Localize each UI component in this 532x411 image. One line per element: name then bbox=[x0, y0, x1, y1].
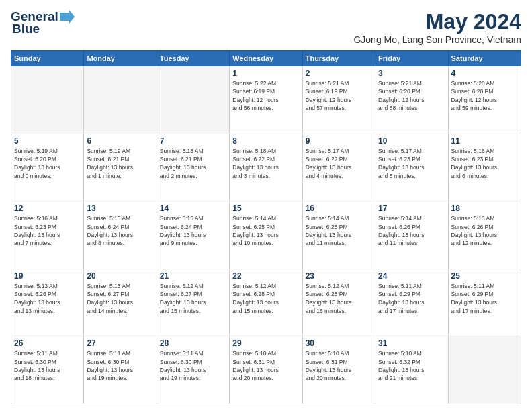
day-info: Sunrise: 5:17 AMSunset: 6:23 PMDaylight:… bbox=[378, 147, 445, 180]
calendar-cell: 3Sunrise: 5:21 AMSunset: 6:20 PMDaylight… bbox=[375, 66, 448, 134]
calendar-cell: 29Sunrise: 5:10 AMSunset: 6:31 PMDayligh… bbox=[230, 336, 302, 404]
day-number: 8 bbox=[232, 136, 299, 146]
calendar-cell: 19Sunrise: 5:13 AMSunset: 6:26 PMDayligh… bbox=[11, 269, 84, 336]
day-number: 12 bbox=[14, 203, 81, 213]
day-info: Sunrise: 5:14 AMSunset: 6:26 PMDaylight:… bbox=[378, 214, 445, 247]
day-info: Sunrise: 5:14 AMSunset: 6:25 PMDaylight:… bbox=[232, 214, 299, 247]
day-info: Sunrise: 5:19 AMSunset: 6:20 PMDaylight:… bbox=[14, 147, 81, 180]
calendar-cell: 8Sunrise: 5:18 AMSunset: 6:22 PMDaylight… bbox=[230, 134, 302, 201]
calendar-cell: 7Sunrise: 5:18 AMSunset: 6:21 PMDaylight… bbox=[157, 134, 229, 201]
weekday-header-row: SundayMondayTuesdayWednesdayThursdayFrid… bbox=[11, 51, 521, 66]
day-info: Sunrise: 5:11 AMSunset: 6:29 PMDaylight:… bbox=[451, 282, 518, 315]
calendar-cell: 23Sunrise: 5:12 AMSunset: 6:28 PMDayligh… bbox=[302, 269, 375, 336]
week-row-2: 5Sunrise: 5:19 AMSunset: 6:20 PMDaylight… bbox=[11, 134, 521, 201]
day-number: 23 bbox=[306, 271, 372, 281]
calendar-cell: 25Sunrise: 5:11 AMSunset: 6:29 PMDayligh… bbox=[448, 269, 521, 336]
day-info: Sunrise: 5:11 AMSunset: 6:29 PMDaylight:… bbox=[378, 282, 445, 315]
logo-arrow-icon bbox=[60, 10, 75, 24]
month-title: May 2024 bbox=[353, 9, 521, 34]
calendar-cell: 14Sunrise: 5:15 AMSunset: 6:24 PMDayligh… bbox=[157, 201, 229, 269]
day-info: Sunrise: 5:12 AMSunset: 6:28 PMDaylight:… bbox=[232, 282, 299, 315]
calendar-cell: 28Sunrise: 5:11 AMSunset: 6:30 PMDayligh… bbox=[157, 336, 229, 404]
week-row-5: 26Sunrise: 5:11 AMSunset: 6:30 PMDayligh… bbox=[11, 336, 521, 404]
header: General Blue May 2024 GJong Mo, Lang Son… bbox=[11, 9, 521, 45]
day-info: Sunrise: 5:22 AMSunset: 6:19 PMDaylight:… bbox=[232, 79, 299, 112]
calendar-cell: 17Sunrise: 5:14 AMSunset: 6:26 PMDayligh… bbox=[375, 201, 448, 269]
day-info: Sunrise: 5:10 AMSunset: 6:31 PMDaylight:… bbox=[232, 349, 299, 382]
location-subtitle: GJong Mo, Lang Son Province, Vietnam bbox=[353, 34, 521, 45]
logo: General Blue bbox=[11, 9, 75, 36]
calendar-cell: 1Sunrise: 5:22 AMSunset: 6:19 PMDaylight… bbox=[230, 66, 302, 134]
day-number: 5 bbox=[14, 136, 81, 146]
day-number: 4 bbox=[451, 68, 518, 78]
day-info: Sunrise: 5:21 AMSunset: 6:20 PMDaylight:… bbox=[378, 79, 445, 112]
day-info: Sunrise: 5:21 AMSunset: 6:19 PMDaylight:… bbox=[306, 79, 372, 112]
calendar-table: SundayMondayTuesdayWednesdayThursdayFrid… bbox=[11, 50, 521, 404]
calendar-cell: 16Sunrise: 5:14 AMSunset: 6:25 PMDayligh… bbox=[302, 201, 375, 269]
day-info: Sunrise: 5:15 AMSunset: 6:24 PMDaylight:… bbox=[160, 214, 226, 247]
day-info: Sunrise: 5:11 AMSunset: 6:30 PMDaylight:… bbox=[87, 349, 153, 382]
day-number: 13 bbox=[87, 203, 153, 213]
weekday-header-thursday: Thursday bbox=[302, 51, 375, 66]
calendar-cell: 11Sunrise: 5:16 AMSunset: 6:23 PMDayligh… bbox=[448, 134, 521, 201]
calendar-cell bbox=[157, 66, 229, 134]
calendar-cell: 18Sunrise: 5:13 AMSunset: 6:26 PMDayligh… bbox=[448, 201, 521, 269]
day-number: 1 bbox=[232, 68, 299, 78]
day-number: 21 bbox=[160, 271, 226, 281]
weekday-header-friday: Friday bbox=[375, 51, 448, 66]
calendar-cell bbox=[11, 66, 84, 134]
day-info: Sunrise: 5:14 AMSunset: 6:25 PMDaylight:… bbox=[306, 214, 372, 247]
day-number: 31 bbox=[378, 338, 445, 348]
day-number: 27 bbox=[87, 338, 153, 348]
calendar-cell: 30Sunrise: 5:10 AMSunset: 6:31 PMDayligh… bbox=[302, 336, 375, 404]
day-number: 28 bbox=[160, 338, 226, 348]
calendar-cell: 12Sunrise: 5:16 AMSunset: 6:23 PMDayligh… bbox=[11, 201, 84, 269]
day-info: Sunrise: 5:10 AMSunset: 6:32 PMDaylight:… bbox=[378, 349, 445, 382]
day-info: Sunrise: 5:15 AMSunset: 6:24 PMDaylight:… bbox=[87, 214, 153, 247]
day-number: 29 bbox=[232, 338, 299, 348]
week-row-3: 12Sunrise: 5:16 AMSunset: 6:23 PMDayligh… bbox=[11, 201, 521, 269]
calendar-cell: 13Sunrise: 5:15 AMSunset: 6:24 PMDayligh… bbox=[84, 201, 157, 269]
calendar-cell: 4Sunrise: 5:20 AMSunset: 6:20 PMDaylight… bbox=[448, 66, 521, 134]
day-number: 17 bbox=[378, 203, 445, 213]
day-number: 2 bbox=[306, 68, 372, 78]
day-number: 26 bbox=[14, 338, 81, 348]
day-info: Sunrise: 5:13 AMSunset: 6:26 PMDaylight:… bbox=[14, 282, 81, 315]
day-info: Sunrise: 5:13 AMSunset: 6:27 PMDaylight:… bbox=[87, 282, 153, 315]
day-number: 7 bbox=[160, 136, 226, 146]
day-number: 14 bbox=[160, 203, 226, 213]
calendar-cell: 9Sunrise: 5:17 AMSunset: 6:22 PMDaylight… bbox=[302, 134, 375, 201]
day-info: Sunrise: 5:10 AMSunset: 6:31 PMDaylight:… bbox=[306, 349, 372, 382]
weekday-header-wednesday: Wednesday bbox=[230, 51, 302, 66]
day-info: Sunrise: 5:11 AMSunset: 6:30 PMDaylight:… bbox=[14, 349, 81, 382]
day-info: Sunrise: 5:16 AMSunset: 6:23 PMDaylight:… bbox=[14, 214, 81, 247]
calendar-cell: 31Sunrise: 5:10 AMSunset: 6:32 PMDayligh… bbox=[375, 336, 448, 404]
calendar-cell: 2Sunrise: 5:21 AMSunset: 6:19 PMDaylight… bbox=[302, 66, 375, 134]
calendar-cell bbox=[448, 336, 521, 404]
calendar-cell: 22Sunrise: 5:12 AMSunset: 6:28 PMDayligh… bbox=[230, 269, 302, 336]
calendar-cell: 6Sunrise: 5:19 AMSunset: 6:21 PMDaylight… bbox=[84, 134, 157, 201]
day-info: Sunrise: 5:12 AMSunset: 6:28 PMDaylight:… bbox=[306, 282, 372, 315]
weekday-header-sunday: Sunday bbox=[11, 51, 84, 66]
day-info: Sunrise: 5:12 AMSunset: 6:27 PMDaylight:… bbox=[160, 282, 226, 315]
day-number: 15 bbox=[232, 203, 299, 213]
calendar-cell: 26Sunrise: 5:11 AMSunset: 6:30 PMDayligh… bbox=[11, 336, 84, 404]
title-block: May 2024 GJong Mo, Lang Son Province, Vi… bbox=[353, 9, 521, 45]
day-info: Sunrise: 5:18 AMSunset: 6:22 PMDaylight:… bbox=[232, 147, 299, 180]
day-info: Sunrise: 5:20 AMSunset: 6:20 PMDaylight:… bbox=[451, 79, 518, 112]
weekday-header-monday: Monday bbox=[84, 51, 157, 66]
calendar-cell: 20Sunrise: 5:13 AMSunset: 6:27 PMDayligh… bbox=[84, 269, 157, 336]
day-number: 18 bbox=[451, 203, 518, 213]
day-number: 9 bbox=[306, 136, 372, 146]
day-info: Sunrise: 5:13 AMSunset: 6:26 PMDaylight:… bbox=[451, 214, 518, 247]
day-info: Sunrise: 5:19 AMSunset: 6:21 PMDaylight:… bbox=[87, 147, 153, 180]
calendar-cell: 10Sunrise: 5:17 AMSunset: 6:23 PMDayligh… bbox=[375, 134, 448, 201]
svg-marker-0 bbox=[60, 10, 75, 24]
day-number: 3 bbox=[378, 68, 445, 78]
day-number: 6 bbox=[87, 136, 153, 146]
day-number: 30 bbox=[306, 338, 372, 348]
day-info: Sunrise: 5:16 AMSunset: 6:23 PMDaylight:… bbox=[451, 147, 518, 180]
logo-blue-text: Blue bbox=[12, 21, 40, 36]
day-info: Sunrise: 5:11 AMSunset: 6:30 PMDaylight:… bbox=[160, 349, 226, 382]
day-number: 22 bbox=[232, 271, 299, 281]
